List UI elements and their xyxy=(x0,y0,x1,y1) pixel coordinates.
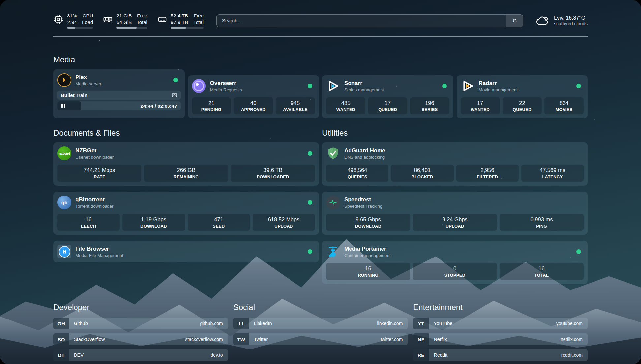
status-dot xyxy=(308,200,312,205)
stat-block: 2,956 FILTERED xyxy=(456,165,519,182)
service-card-portainer[interactable]: Media Portainer Container management 16 … xyxy=(322,241,588,284)
cpu-value: 31% xyxy=(67,13,77,19)
service-desc: DNS and adblocking xyxy=(344,155,385,160)
stat-block: 196 SERIES xyxy=(410,97,449,114)
status-dot xyxy=(308,249,312,254)
bookmark-stackoverflow[interactable]: SO StackOverflow stackoverflow.com xyxy=(53,333,228,345)
stat-block: 21 PENDING xyxy=(192,97,231,114)
stat-block: 9.24 Gbps UPLOAD xyxy=(413,214,497,231)
service-desc: Speedtest Tracking xyxy=(344,204,382,209)
bookmark-url: twitter.com xyxy=(381,333,408,345)
service-name: Sonarr xyxy=(344,80,384,87)
bookmark-url: linkedin.com xyxy=(377,318,408,329)
section-title-utilities: Utilities xyxy=(322,128,588,137)
cpu-label: CPU xyxy=(83,13,93,19)
status-dot xyxy=(576,249,581,254)
bookmark-url: youtube.com xyxy=(556,318,588,329)
media-grid: Plex Media server Bullet Train xyxy=(53,69,588,118)
pause-icon[interactable] xyxy=(61,104,65,108)
service-card-filebrowser[interactable]: File Browser Media File Management xyxy=(53,241,319,262)
stat-block: 1.19 Gbps DOWNLOAD xyxy=(122,214,185,231)
service-card-nzbget[interactable]: nzbget NZBGet Usenet downloader 744.21 M… xyxy=(53,142,319,186)
cpu-load-label: Load xyxy=(82,19,93,26)
stat-block: 744.21 Mbps RATE xyxy=(57,165,141,182)
bookmark-group-title: Social xyxy=(233,303,408,312)
search-bar: G xyxy=(216,14,523,27)
status-dot xyxy=(442,84,447,88)
bookmark-url: dev.to xyxy=(211,349,228,361)
service-card-adguard[interactable]: AdGuard Home DNS and adblocking 498,564 … xyxy=(322,142,588,186)
service-name: Overseerr xyxy=(210,80,242,87)
disk-free-label: Free xyxy=(194,13,204,19)
weather-condition: scattered clouds xyxy=(554,21,588,26)
bookmark-github[interactable]: GH Github github.com xyxy=(53,318,228,329)
sonarr-icon xyxy=(326,79,340,93)
bookmarks-grid: Developer GH Github github.com SO StackO… xyxy=(53,303,588,364)
memory-total-value: 64 GiB xyxy=(116,19,132,26)
bookmark-abbr: YT xyxy=(413,318,429,329)
playback-progress-fill xyxy=(57,101,81,110)
bookmark-twitter[interactable]: TW Twitter twitter.com xyxy=(233,333,408,345)
service-card-sonarr[interactable]: Sonarr Series management 485 WANTED 17 Q… xyxy=(322,75,453,118)
adguard-icon xyxy=(326,146,340,160)
cpu-progress-fill xyxy=(67,27,75,29)
service-desc: Media Requests xyxy=(210,87,242,92)
bookmark-reddit[interactable]: RE Reddit reddit.com xyxy=(413,349,588,361)
stat-block: 266 GB REMAINING xyxy=(144,165,228,182)
service-card-overseerr[interactable]: Overseerr Media Requests 21 PENDING 40 A… xyxy=(188,75,319,118)
disk-icon xyxy=(157,15,167,24)
nzbget-icon: nzbget xyxy=(57,146,71,160)
stat-block: 17 QUEUED xyxy=(368,97,407,114)
disk-widget: 52.4 TB 97.9 TB Free Total xyxy=(157,13,204,29)
bookmark-netflix[interactable]: NF Netflix netflix.com xyxy=(413,333,588,345)
bookmark-abbr: RE xyxy=(413,349,429,361)
bookmark-abbr: DT xyxy=(53,349,69,361)
bookmark-url: reddit.com xyxy=(561,349,588,361)
status-dot xyxy=(308,84,312,88)
stat-block: 485 WANTED xyxy=(326,97,365,114)
memory-widget: 21 GiB 64 GiB Free Total xyxy=(103,13,147,29)
dashboard-screen: 31% 2.94 CPU Load xyxy=(0,0,641,364)
playback-progress-bar: 24:44 / 02:06:47 xyxy=(57,101,181,110)
stat-block: 471 SEED xyxy=(188,214,250,231)
search-input[interactable] xyxy=(217,15,506,27)
service-card-qbittorrent[interactable]: qb qBittorrent Torrent downloader 16 LEE… xyxy=(53,192,319,235)
service-desc: Movie management xyxy=(479,87,518,92)
service-name: qBittorrent xyxy=(76,197,114,203)
bookmark-name: LinkedIn xyxy=(249,318,272,329)
bookmark-linkedin[interactable]: LI LinkedIn linkedin.com xyxy=(233,318,408,329)
status-dot xyxy=(173,78,178,82)
stat-block: 39.6 TB DOWNLOADED xyxy=(231,165,315,182)
service-desc: Usenet downloader xyxy=(76,155,114,160)
radarr-icon xyxy=(461,79,474,93)
memory-free-value: 21 GiB xyxy=(116,13,132,19)
disk-progress-track xyxy=(171,27,204,29)
stat-block: 17 WANTED xyxy=(461,97,500,114)
cpu-widget: 31% 2.94 CPU Load xyxy=(53,13,93,29)
weather-widget: Lviv, 16.87°C scattered clouds xyxy=(536,14,588,28)
service-desc: Series management xyxy=(344,87,384,92)
bookmark-youtube[interactable]: YT YouTube youtube.com xyxy=(413,318,588,329)
service-name: Speedtest xyxy=(344,197,382,203)
service-name: Media Portainer xyxy=(344,246,391,252)
now-playing-title: Bullet Train xyxy=(61,92,88,98)
header-divider xyxy=(53,36,588,37)
bookmark-name: Twitter xyxy=(249,333,268,345)
plex-now-playing: Bullet Train 24:44 / 02:06:47 xyxy=(57,91,181,110)
stat-block: 834 MOVIES xyxy=(544,97,584,114)
search-provider-button[interactable]: G xyxy=(506,15,523,27)
service-card-speedtest[interactable]: Speedtest Speedtest Tracking 9.65 Gbps D… xyxy=(322,192,588,235)
bookmark-url: github.com xyxy=(200,318,228,329)
bookmark-name: Github xyxy=(69,318,88,329)
service-card-plex[interactable]: Plex Media server Bullet Train xyxy=(53,69,185,118)
bookmark-url: stackoverflow.com xyxy=(185,333,228,345)
cpu-load-value: 2.94 xyxy=(67,19,77,26)
stat-block: 618.52 Mbps UPLOAD xyxy=(253,214,315,231)
bookmark-group-title: Entertainment xyxy=(413,303,588,312)
disk-total-value: 97.9 TB xyxy=(171,19,188,26)
stat-block: 47.569 ms LATENCY xyxy=(521,165,584,182)
bookmark-name: StackOverflow xyxy=(69,333,105,345)
status-dot xyxy=(308,151,312,156)
bookmark-dev[interactable]: DT DEV dev.to xyxy=(53,349,228,361)
service-card-radarr[interactable]: Radarr Movie management 17 WANTED 22 QUE… xyxy=(457,75,588,118)
